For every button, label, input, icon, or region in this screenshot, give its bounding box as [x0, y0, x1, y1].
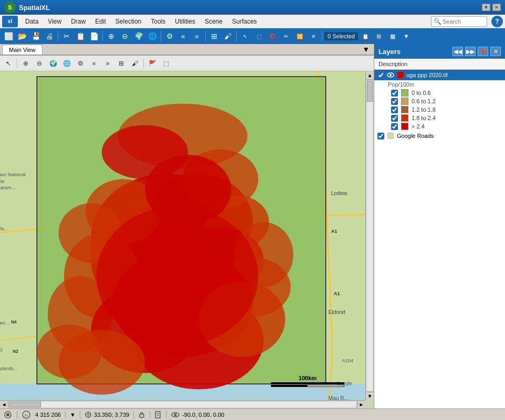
layer-checkbox-uga-ppp[interactable] [377, 72, 384, 79]
toolbar-select-options3[interactable]: ▦ [386, 30, 399, 42]
map-zoom-in[interactable]: ⊕ [19, 57, 32, 70]
menu-tools[interactable]: Tools [146, 16, 170, 27]
legend-checkbox-1[interactable] [391, 98, 398, 105]
menu-edit[interactable]: Edit [91, 16, 110, 27]
map-grid[interactable]: ⊞ [115, 57, 128, 70]
layer-checkbox-google-roads[interactable] [377, 133, 384, 139]
scrollbar-up[interactable]: ▲ [366, 71, 374, 80]
legend-label-1: 0.6 to 1.2 [412, 98, 436, 104]
legend-row-0: 0 to 0.6 [374, 89, 505, 97]
view-tabbar: Main View ▼ [0, 44, 374, 56]
toolbar-globe1[interactable]: 🌍 [132, 30, 145, 42]
menu-view[interactable]: View [44, 16, 66, 27]
menu-surfaces[interactable]: Surfaces [228, 16, 261, 27]
status-dropdown[interactable]: ▼ [70, 412, 76, 418]
layer-row-uga-ppp[interactable]: uga ppp 2020.tif [374, 70, 505, 80]
toolbar-next[interactable]: » [191, 30, 203, 42]
toolbar-paint[interactable]: 🖌 [222, 30, 234, 42]
search-input[interactable] [443, 18, 485, 25]
layers-panel: Layers ◀◀ ▶▶ 📌 ✕ Description [374, 44, 505, 408]
layers-forward-btn[interactable]: ▶▶ [465, 47, 476, 56]
toolbar-sep4 [205, 31, 206, 41]
map-paint[interactable]: 🖌 [129, 57, 141, 70]
status-sep2 [65, 411, 66, 418]
layers-list: uga ppp 2020.tif Pop/100m 0 to 0.6 0.6 t… [374, 70, 505, 408]
svg-text:Butemb...: Butemb... [0, 366, 17, 371]
layers-back-btn[interactable]: ◀◀ [453, 47, 463, 56]
menu-selection[interactable]: Selection [111, 16, 145, 27]
layer-row-google-roads[interactable]: Google Roads [374, 131, 505, 141]
toolbar-zoom-out[interactable]: ⊖ [119, 30, 131, 42]
toolbar-select4[interactable]: ✏ [280, 30, 292, 42]
toolbar-grid[interactable]: ⊞ [208, 30, 220, 42]
menu-data[interactable]: Data [21, 16, 43, 27]
toolbar-select1[interactable]: ↖ [239, 30, 251, 42]
toolbar-cut[interactable]: ✂ [60, 30, 73, 42]
legend-checkbox-4[interactable] [391, 123, 398, 130]
menu-scene[interactable]: Scene [201, 16, 227, 27]
legend-row-2: 1.2 to 1.8 [374, 105, 505, 114]
layers-title: Layers [378, 48, 401, 56]
toolbar-paste[interactable]: 📄 [88, 30, 100, 42]
map-next[interactable]: » [101, 57, 114, 70]
map-globe1[interactable]: 🌍 [47, 57, 59, 70]
toolbar-settings[interactable]: ⚙ [163, 30, 176, 42]
layers-desc-label: Description [378, 61, 407, 67]
legend-label-3: 1.8 to 2.4 [412, 115, 436, 121]
scrollbar-right[interactable]: ► [357, 401, 365, 408]
toolbar-globe2[interactable]: 🌐 [146, 30, 159, 42]
scrollbar-left[interactable]: ◄ [0, 401, 8, 408]
map-tb-sep1 [17, 59, 17, 68]
toolbar-new[interactable]: ⬜ [2, 30, 15, 42]
close-button[interactable]: ✕ [492, 4, 501, 11]
map-prev[interactable]: « [88, 57, 100, 70]
tab-dropdown[interactable]: ▼ [360, 44, 372, 55]
scrollbar-track-v[interactable] [367, 81, 373, 391]
legend-checkbox-0[interactable] [391, 90, 398, 96]
help-button[interactable]: ? [491, 16, 503, 27]
toolbar-print[interactable]: 🖨 [43, 30, 56, 42]
toolbar-select6[interactable]: ✕ [307, 30, 320, 42]
menu-utilities[interactable]: Utilities [171, 16, 199, 27]
map-flag[interactable]: 🚩 [146, 57, 159, 70]
toolbar-save[interactable]: 💾 [29, 30, 42, 42]
map-settings[interactable]: ⚙ [74, 57, 87, 70]
scrollbar-track-h[interactable] [9, 402, 356, 407]
layer-label-google-roads: Google Roads [397, 133, 502, 139]
svg-text:N2: N2 [13, 349, 18, 354]
map-background[interactable]: Lodwa Eldoret Mau R... Parc National De … [0, 71, 365, 400]
main-view-tab[interactable]: Main View [2, 45, 43, 55]
toolbar-select-options1[interactable]: 📋 [359, 30, 372, 42]
toolbar-open[interactable]: 📂 [16, 30, 28, 42]
map-scrollbar-vertical[interactable]: ▲ ▼ [365, 71, 374, 400]
map-arrow-tool[interactable]: ↖ [2, 57, 15, 70]
toolbar-copy[interactable]: 📋 [74, 30, 87, 42]
status-sep6 [166, 411, 166, 418]
toolbar-select3[interactable]: ⭕ [266, 30, 279, 42]
scrollbar-thumb-v[interactable] [367, 81, 373, 102]
toolbar-zoom-in[interactable]: ⊕ [105, 30, 118, 42]
menu-bar: xl Data View Draw Edit Selection Tools U… [0, 15, 505, 28]
map-box[interactable]: ⬚ [160, 57, 172, 70]
layers-pin-btn[interactable]: 📌 [478, 47, 488, 56]
scrollbar-thumb-h[interactable] [9, 402, 41, 407]
legend-checkbox-3[interactable] [391, 115, 398, 122]
svg-text:A104: A104 [342, 358, 353, 363]
legend-checkbox-2[interactable] [391, 106, 398, 113]
toolbar-select5[interactable]: 🔀 [293, 30, 306, 42]
toolbar-select2[interactable]: ⬚ [252, 30, 265, 42]
map-zoom-out[interactable]: ⊖ [33, 57, 46, 70]
scrollbar-down[interactable]: ▼ [366, 392, 374, 400]
map-scrollbar-horizontal[interactable]: ◄ ► [0, 400, 365, 408]
minimize-button[interactable]: ▼ [482, 4, 490, 11]
toolbar-dropdown[interactable]: ▼ [400, 30, 413, 42]
menu-draw[interactable]: Draw [67, 16, 90, 27]
toolbar-prev[interactable]: « [177, 30, 190, 42]
layers-close-btn[interactable]: ✕ [490, 47, 501, 56]
svg-text:Ben...: Ben... [0, 320, 9, 326]
toolbar-select-options2[interactable]: ⊞ [373, 30, 385, 42]
svg-point-51 [6, 413, 9, 416]
map-globe2[interactable]: 🌐 [60, 57, 73, 70]
map-tb-sep2 [143, 59, 144, 68]
legend-row-1: 0.6 to 1.2 [374, 97, 505, 105]
